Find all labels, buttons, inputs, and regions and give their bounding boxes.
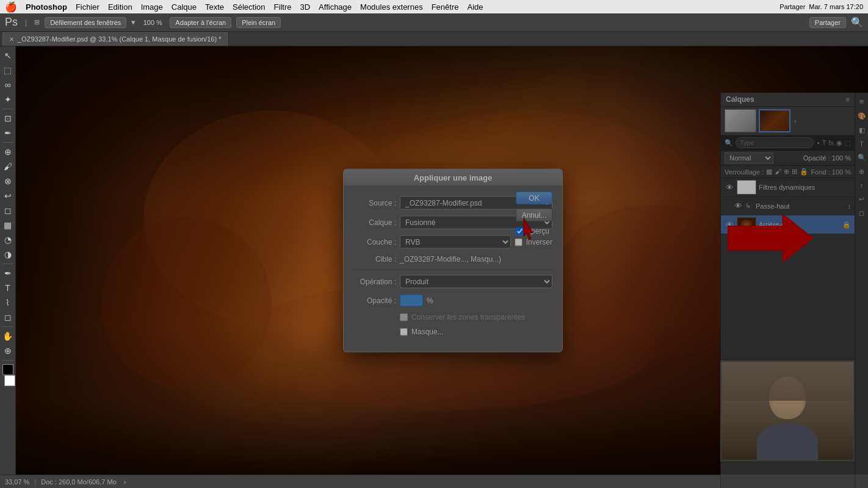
background-color[interactable] bbox=[4, 375, 15, 386]
search-icon[interactable]: 🔍 bbox=[851, 16, 863, 28]
zoom-status: 33,07 % bbox=[5, 478, 29, 486]
menu-filtre[interactable]: Filtre bbox=[274, 2, 292, 12]
zoom-tool[interactable]: ⊕ bbox=[1, 344, 15, 357]
hand-tool[interactable]: ✋ bbox=[1, 329, 15, 343]
magic-wand-tool[interactable]: ✦ bbox=[1, 93, 15, 106]
clone-tool[interactable]: ⊗ bbox=[1, 174, 15, 188]
healing-tool[interactable]: ⊕ bbox=[1, 145, 15, 159]
path-tool[interactable]: ⌇ bbox=[1, 296, 15, 309]
pen-tool[interactable]: ✒ bbox=[1, 267, 15, 280]
tool-sep-3 bbox=[2, 264, 13, 264]
menu-aide[interactable]: Aide bbox=[467, 2, 483, 12]
apple-menu[interactable]: 🍎 bbox=[5, 1, 17, 13]
eyedropper-tool[interactable]: ✒ bbox=[1, 126, 15, 140]
foreground-color[interactable] bbox=[2, 364, 13, 375]
menu-3d[interactable]: 3D bbox=[300, 2, 310, 12]
menu-selection[interactable]: Sélection bbox=[233, 2, 265, 12]
modal-backdrop bbox=[16, 46, 868, 475]
fit-screen-btn[interactable]: Adapter à l'écran bbox=[170, 17, 231, 28]
menu-affichage[interactable]: Affichage bbox=[319, 2, 352, 12]
main-layout: ↖ ⬚ ∞ ✦ ⊡ ✒ ⊕ 🖌 ⊗ ↩ ◻ ▦ ◔ ◑ ✒ T ⌇ ◻ ✋ ⊕ bbox=[0, 46, 868, 475]
menu-modules[interactable]: Modules externes bbox=[360, 2, 423, 12]
partager-button[interactable]: Partager bbox=[779, 3, 805, 10]
dropdown-arrow-icon: ▾ bbox=[131, 18, 136, 27]
dodge-tool[interactable]: ◑ bbox=[1, 248, 15, 261]
scroll-windows-btn[interactable]: Défilement des fenêtres bbox=[45, 17, 126, 28]
eraser-tool[interactable]: ◻ bbox=[1, 204, 15, 217]
tab-filename: _OZ93287-Modifier.psd @ 33,1% (Calque 1,… bbox=[18, 35, 221, 43]
menu-bar: 🍎 Photoshop Fichier Edition Image Calque… bbox=[0, 0, 868, 13]
menu-texte[interactable]: Texte bbox=[205, 2, 224, 12]
status-sep-1: | bbox=[34, 478, 36, 486]
menu-image[interactable]: Image bbox=[141, 2, 163, 12]
tool-sep-5 bbox=[2, 360, 13, 361]
app-name[interactable]: Photoshop bbox=[26, 2, 67, 12]
tools-panel: ↖ ⬚ ∞ ✦ ⊡ ✒ ⊕ 🖌 ⊗ ↩ ◻ ▦ ◔ ◑ ✒ T ⌇ ◻ ✋ ⊕ bbox=[0, 46, 16, 475]
blur-tool[interactable]: ◔ bbox=[1, 233, 15, 246]
ps-logo: Ps bbox=[5, 16, 18, 29]
toolbar-mode-icon: ⊞ bbox=[34, 18, 40, 26]
toolbar-separator-1: | bbox=[25, 18, 27, 27]
menu-edition[interactable]: Edition bbox=[108, 2, 132, 12]
tool-sep-1 bbox=[2, 109, 13, 109]
type-tool[interactable]: T bbox=[1, 281, 15, 295]
crop-tool[interactable]: ⊡ bbox=[1, 112, 15, 125]
file-tab[interactable]: ✕ _OZ93287-Modifier.psd @ 33,1% (Calque … bbox=[2, 32, 228, 46]
canvas-area: Appliquer une image Source : _OZ93287-Mo… bbox=[16, 46, 868, 475]
zoom-level: 100 % bbox=[140, 19, 165, 26]
brush-tool[interactable]: 🖌 bbox=[1, 160, 15, 173]
menu-fenetre[interactable]: Fenêtre bbox=[432, 2, 459, 12]
menu-calque[interactable]: Calque bbox=[172, 2, 197, 12]
close-tab-icon[interactable]: ✕ bbox=[9, 36, 14, 43]
gradient-tool[interactable]: ▦ bbox=[1, 218, 15, 232]
datetime-display: Mar. 7 mars 17:20 bbox=[809, 3, 863, 10]
tool-sep-4 bbox=[2, 326, 13, 327]
menu-fichier[interactable]: Fichier bbox=[76, 2, 99, 12]
full-screen-btn[interactable]: Plein écran bbox=[236, 17, 281, 28]
tab-bar: ✕ _OZ93287-Modifier.psd @ 33,1% (Calque … bbox=[0, 32, 868, 46]
top-toolbar: Ps | ⊞ Défilement des fenêtres ▾ 100 % A… bbox=[0, 13, 868, 32]
status-arrow-icon[interactable]: › bbox=[124, 478, 126, 486]
lasso-tool[interactable]: ∞ bbox=[1, 78, 15, 92]
tool-sep-2 bbox=[2, 142, 13, 143]
move-tool[interactable]: ↖ bbox=[1, 49, 15, 62]
share-btn[interactable]: Partager bbox=[809, 17, 846, 28]
selection-tool[interactable]: ⬚ bbox=[1, 63, 15, 77]
history-brush-tool[interactable]: ↩ bbox=[1, 189, 15, 203]
doc-info: Doc : 260,0 Mo/606,7 Mo bbox=[41, 478, 117, 486]
shape-tool[interactable]: ◻ bbox=[1, 310, 15, 324]
